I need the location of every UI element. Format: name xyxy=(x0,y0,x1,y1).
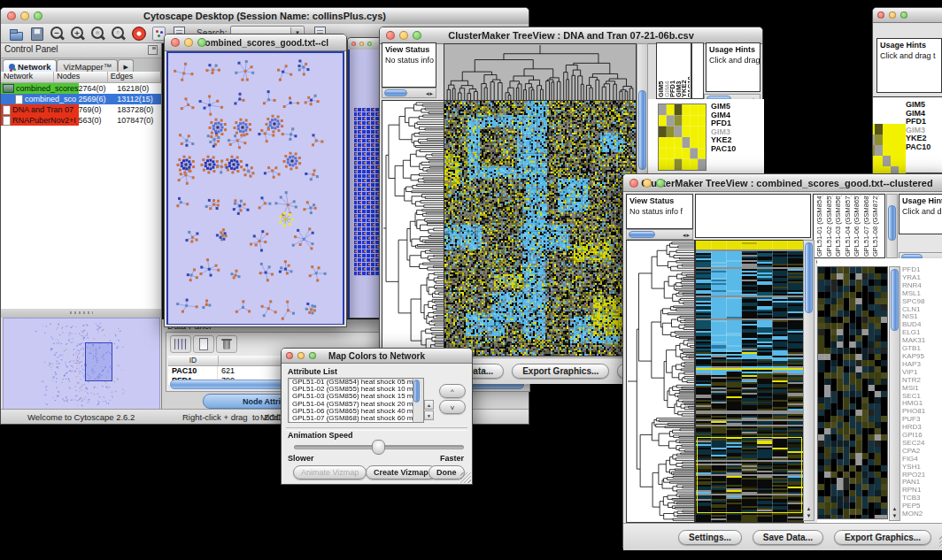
strip-titlebar[interactable] xyxy=(348,38,382,50)
table-row[interactable]: RNAPuberNov2+I 563(0) 107847(0) xyxy=(1,115,161,126)
list-scrollbar[interactable] xyxy=(413,379,423,422)
scrollbar-arrows-icon[interactable]: ◂▸ xyxy=(683,231,691,239)
network-overview-thumbnail[interactable] xyxy=(3,318,160,411)
column-header[interactable]: Network xyxy=(1,72,54,82)
network-graph-canvas[interactable] xyxy=(168,53,343,324)
expression-heatmap[interactable] xyxy=(444,100,637,357)
labels-vscrollbar[interactable] xyxy=(886,194,898,258)
attribute-select-icon[interactable] xyxy=(170,335,191,353)
dialog-titlebar[interactable]: Map Colors to Network xyxy=(282,349,472,364)
treeview-button[interactable]: Settings... xyxy=(678,530,742,545)
close-icon[interactable] xyxy=(629,179,638,188)
scrollbar-thumb[interactable] xyxy=(413,380,420,403)
close-icon[interactable] xyxy=(351,42,356,46)
column-label[interactable]: PAC10 xyxy=(688,44,691,97)
minimize-icon[interactable] xyxy=(359,42,364,46)
scrollbar-thumb[interactable] xyxy=(638,90,646,170)
expression-heatmap[interactable] xyxy=(695,240,804,523)
create-vizmap-button[interactable]: Create Vizmap xyxy=(366,465,436,479)
network-canvas-partial[interactable] xyxy=(348,50,382,318)
gene-dendrogram[interactable] xyxy=(626,240,695,523)
close-icon[interactable] xyxy=(877,12,884,19)
zoom-in-icon[interactable] xyxy=(69,26,86,42)
column-header[interactable]: Edges xyxy=(108,72,161,82)
zoom-window-icon[interactable] xyxy=(34,12,42,20)
close-icon[interactable] xyxy=(7,12,16,20)
minimize-icon[interactable] xyxy=(297,352,305,359)
column-label[interactable]: GPL51-03 (GSM856) xyxy=(834,196,844,257)
gene-label[interactable]: MON2 xyxy=(902,510,942,518)
column-label[interactable]: GPL51-06 (GSM865) xyxy=(853,196,862,257)
similarity-heatmap-partial[interactable] xyxy=(873,124,906,175)
done-button[interactable]: Done xyxy=(429,465,465,479)
column-label[interactable]: GPL51-08 (GSM872) xyxy=(871,196,881,257)
column-header[interactable]: Nodes xyxy=(54,72,107,82)
gene-label[interactable]: PAC10 xyxy=(906,143,942,152)
zoom-selected-icon[interactable] xyxy=(110,26,127,42)
similarity-heatmap[interactable] xyxy=(658,104,706,171)
gene-label[interactable]: PAC10 xyxy=(711,145,761,154)
zoom-vscrollbar[interactable]: ▲ ▼ xyxy=(889,266,900,521)
scrollbar-arrows-icon[interactable]: ◂▸ xyxy=(426,89,434,97)
open-file-icon[interactable] xyxy=(8,26,25,42)
zoom-window-icon[interactable] xyxy=(900,12,907,19)
zoom-heatmap[interactable] xyxy=(817,266,888,519)
close-icon[interactable] xyxy=(386,31,395,40)
treeview-button[interactable]: Export Graphics... xyxy=(834,530,931,545)
scrollbar-thumb[interactable] xyxy=(891,269,899,331)
scrollbar-thumb[interactable] xyxy=(805,242,813,313)
heatmap-vscrollbar[interactable]: ▲ ▼ xyxy=(803,240,815,521)
treeview-button[interactable]: Export Graphics... xyxy=(512,364,609,379)
new-attribute-icon[interactable] xyxy=(193,335,214,353)
column-label[interactable]: GPL51-04 (GSM857) xyxy=(844,196,853,257)
attribute-listbox[interactable]: GPL51-01 (GSM854) heat shock 05 minGPL51… xyxy=(288,378,424,423)
resize-grip[interactable] xyxy=(460,472,471,483)
minimize-icon[interactable] xyxy=(643,179,652,188)
view-status-scrollbar[interactable]: ◂▸ xyxy=(626,229,693,240)
dense-cluster-grid[interactable] xyxy=(354,108,382,276)
minimize-icon[interactable] xyxy=(399,31,408,40)
column-label[interactable]: GPL51-02 (GSM855) xyxy=(825,196,835,257)
table-row[interactable]: combined_scores 2764(0) 16218(0) xyxy=(1,83,161,94)
float-panel-icon[interactable] xyxy=(148,45,158,55)
main-titlebar[interactable]: Cytoscape Desktop (Session Name: collins… xyxy=(1,8,529,25)
zoom-out-icon[interactable] xyxy=(49,26,66,42)
view-status-scrollbar[interactable]: ◂▸ xyxy=(382,88,436,98)
zoom-window-icon[interactable] xyxy=(413,31,421,40)
scroll-down-icon[interactable]: ▼ xyxy=(424,410,434,420)
scrollbar-thumb[interactable] xyxy=(888,205,896,241)
minimize-icon[interactable] xyxy=(184,38,193,47)
close-icon[interactable] xyxy=(171,38,180,47)
minimize-icon[interactable] xyxy=(889,12,896,19)
scrollbar-thumb[interactable] xyxy=(384,89,407,96)
table-row[interactable]: DNA and Tran 07 769(0) 183728(0) xyxy=(1,104,161,115)
scroll-down-icon[interactable]: ▼ xyxy=(890,513,900,519)
column-label[interactable]: GPL51-07 (GSM868) xyxy=(862,196,872,257)
list-item[interactable]: GPL51-07 (GSM868) heat shock 60 min xyxy=(290,415,423,422)
scroll-down-icon[interactable]: ▼ xyxy=(804,513,814,519)
column-label[interactable]: GPL51-01 (GSM854) xyxy=(815,196,825,257)
treeview2-titlebar[interactable]: ClusterMaker TreeView : combined_scores_… xyxy=(623,174,942,192)
delete-attribute-icon[interactable] xyxy=(216,335,237,353)
scroll-up-icon[interactable]: ▲ xyxy=(424,400,434,410)
move-down-button[interactable]: v xyxy=(439,400,466,414)
zoom-window-icon[interactable] xyxy=(197,38,206,47)
close-icon[interactable] xyxy=(286,352,293,359)
gene-dendrogram[interactable] xyxy=(382,100,445,357)
corner-titlebar[interactable] xyxy=(873,8,942,23)
save-icon[interactable] xyxy=(28,26,45,42)
treeview-button[interactable]: Save Data... xyxy=(753,530,823,545)
network-titlebar[interactable]: combined_scores_good.txt--cluste... xyxy=(165,35,346,51)
zoom-window-icon[interactable] xyxy=(367,42,372,46)
zoom-window-icon[interactable] xyxy=(309,352,316,359)
speed-slider-thumb[interactable] xyxy=(372,440,385,455)
column-dendrogram-panel[interactable] xyxy=(695,194,811,238)
zoom-window-icon[interactable] xyxy=(656,179,665,188)
help-icon[interactable] xyxy=(130,26,147,42)
panel-splitter[interactable] xyxy=(1,309,161,318)
column-header-id[interactable]: ID xyxy=(168,356,219,365)
scroll-up-icon[interactable]: ▲ xyxy=(804,506,814,512)
move-up-button[interactable]: ^ xyxy=(439,384,466,398)
minimize-icon[interactable] xyxy=(20,12,29,20)
column-dendrogram[interactable] xyxy=(444,43,637,101)
